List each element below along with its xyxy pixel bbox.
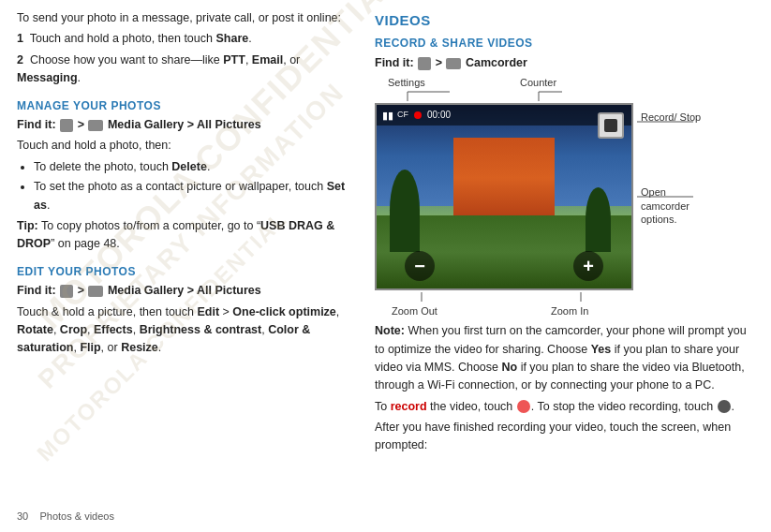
vf-tree-right <box>586 187 611 252</box>
bracket-lines-top <box>375 90 721 103</box>
vf-record-dot <box>414 111 422 119</box>
left-column: To send your photo in a message, private… <box>0 0 365 532</box>
edit-header: EDIT YOUR PHOTOS <box>17 263 348 281</box>
intro-text: To send your photo in a message, private… <box>17 9 348 27</box>
record-findit: Find it: > Camcorder <box>375 54 754 72</box>
vf-topbar: ▮▮ CF 00:00 <box>377 105 631 126</box>
record-share-header: RECORD & SHARE VIDEOS <box>375 35 754 52</box>
step-2-email: Email <box>252 53 283 66</box>
vf-tree-left <box>390 170 421 252</box>
manage-bullet-1: To delete the photo, touch Delete. <box>34 158 348 176</box>
manage-findit: Find it: > Media Gallery > All Pictures <box>17 116 348 134</box>
manage-desc: Touch and hold a photo, then: <box>17 137 348 155</box>
step-1-num: 1 <box>17 32 23 45</box>
step-1: 1 Touch and hold a photo, then touch Sha… <box>17 30 348 48</box>
viewfinder: ▮▮ CF 00:00 − + <box>375 103 633 290</box>
page-number: 30 Photos & videos <box>17 509 114 525</box>
edit-desc: Touch & hold a picture, then touch Edit … <box>17 303 348 358</box>
manage-bullets: To delete the photo, touch Delete. To se… <box>34 158 348 214</box>
counter-label: Counter <box>520 75 556 91</box>
record-word: record <box>391 400 427 413</box>
stop-button-icon <box>718 400 731 413</box>
gallery-icon-2 <box>88 286 103 297</box>
edit-findit: Find it: > Media Gallery > All Pictures <box>17 282 348 300</box>
note-paragraph: Note: When you first turn on the camcord… <box>375 322 754 395</box>
vf-cf-icon: CF <box>397 109 408 122</box>
videos-title: VIDEOS <box>375 9 754 31</box>
tip: Tip: To copy photos to/from a computer, … <box>17 217 348 254</box>
vf-counter-value: 00:00 <box>427 108 451 123</box>
record-instruction: To record the video, touch . To stop the… <box>375 398 754 416</box>
settings-label: Settings <box>388 75 425 91</box>
gallery-icon <box>88 120 103 131</box>
after-recording-text: After you have finished recording your v… <box>375 419 754 455</box>
right-column: VIDEOS RECORD & SHARE VIDEOS Find it: > … <box>365 0 771 532</box>
vf-stop-button[interactable] <box>598 112 624 139</box>
vf-signal-icon: ▮▮ <box>382 108 393 124</box>
apps-icon-3 <box>418 57 431 70</box>
step-2-num: 2 <box>17 53 23 66</box>
zoom-out-button[interactable]: − <box>405 251 435 281</box>
zoom-out-label: Zoom Out <box>392 303 437 319</box>
page: To send your photo in a message, private… <box>0 0 771 532</box>
zoom-in-label: Zoom In <box>551 303 588 319</box>
camcorder-icon <box>446 58 461 69</box>
apps-icon-2 <box>60 285 73 298</box>
viewfinder-container: Settings Counter <box>375 75 721 318</box>
manage-header: MANAGE YOUR PHOTOS <box>17 97 348 115</box>
step-1-share: Share <box>215 32 248 45</box>
step-2: 2 Choose how you want to share—like PTT,… <box>17 52 348 88</box>
zoom-in-button[interactable]: + <box>573 251 603 281</box>
step-2-messaging: Messaging <box>17 71 78 84</box>
bracket-lines-bottom <box>375 290 721 303</box>
open-camcorder-callout: Opencamcorderoptions. <box>641 185 689 226</box>
right-callouts: Record/ Stop Opencamcorderoptions. <box>637 103 721 290</box>
record-button-icon <box>517 400 530 413</box>
step-2-ptt: PTT <box>223 53 245 66</box>
apps-icon <box>60 119 73 132</box>
manage-bullet-2: To set the photo as a contact picture or… <box>34 178 348 214</box>
vf-stop-inner <box>604 119 617 132</box>
record-stop-callout: Record/ Stop <box>641 111 701 124</box>
